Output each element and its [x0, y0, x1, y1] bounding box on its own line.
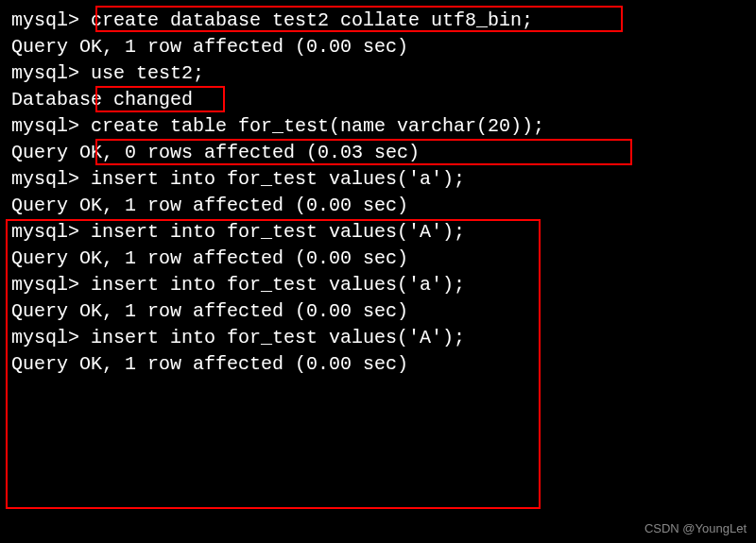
sql-command: insert into for_test values('a'); [91, 274, 465, 296]
sql-command: insert into for_test values('A'); [91, 327, 465, 348]
terminal-output: mysql> create database test2 collate utf… [11, 8, 745, 378]
query-result: Database changed [11, 87, 745, 113]
terminal-line: mysql> create table for_test(name varcha… [11, 113, 745, 140]
query-result: Query OK, 1 row affected (0.00 sec) [11, 193, 745, 219]
terminal-line: mysql> insert into for_test values('a'); [11, 166, 745, 193]
terminal-line: mysql> use test2; [11, 60, 745, 87]
query-result: Query OK, 0 rows affected (0.03 sec) [11, 140, 745, 166]
query-result: Query OK, 1 row affected (0.00 sec) [11, 34, 745, 60]
sql-command: insert into for_test values('A'); [91, 221, 465, 243]
terminal-line: mysql> create database test2 collate utf… [11, 8, 745, 34]
mysql-prompt: mysql> [11, 62, 91, 84]
terminal-line: mysql> insert into for_test values('A'); [11, 219, 745, 246]
terminal-line: mysql> insert into for_test values('a'); [11, 272, 745, 298]
mysql-prompt: mysql> [11, 115, 91, 137]
sql-command: create table for_test(name varchar(20)); [91, 115, 544, 137]
mysql-prompt: mysql> [11, 9, 91, 31]
mysql-prompt: mysql> [11, 221, 91, 243]
sql-command: use test2; [91, 62, 204, 84]
sql-command: insert into for_test values('a'); [91, 168, 465, 190]
query-result: Query OK, 1 row affected (0.00 sec) [11, 298, 745, 325]
query-result: Query OK, 1 row affected (0.00 sec) [11, 246, 745, 272]
mysql-prompt: mysql> [11, 327, 91, 348]
mysql-prompt: mysql> [11, 168, 91, 190]
sql-command: create database test2 collate utf8_bin; [91, 9, 533, 31]
query-result: Query OK, 1 row affected (0.00 sec) [11, 351, 745, 378]
terminal-line: mysql> insert into for_test values('A'); [11, 325, 745, 351]
watermark: CSDN @YoungLet [644, 520, 747, 537]
mysql-prompt: mysql> [11, 274, 91, 296]
